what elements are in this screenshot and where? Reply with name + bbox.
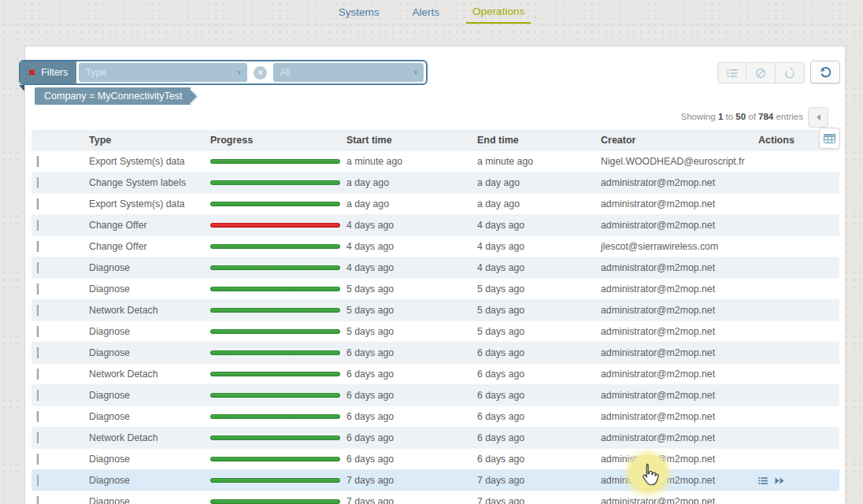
table-row[interactable]: Diagnose 7 days ago 7 days ago administr… xyxy=(31,469,839,491)
column-chooser-button[interactable] xyxy=(819,128,840,149)
cell-start-time: 6 days ago xyxy=(340,432,471,443)
row-checkbox[interactable] xyxy=(37,305,39,316)
cell-start-time: a minute ago xyxy=(340,156,471,167)
cell-end-time: 5 days ago xyxy=(471,305,594,316)
cell-end-time: 4 days ago xyxy=(471,220,594,231)
table-row[interactable]: Diagnose 6 days ago 6 days ago administr… xyxy=(31,448,839,469)
screen: Systems Alerts Operations ✖ Filters Type… xyxy=(0,0,863,504)
row-checkbox[interactable] xyxy=(37,156,39,167)
table-row[interactable]: Diagnose 7 days ago 7 days ago administr… xyxy=(31,491,839,504)
row-checkbox[interactable] xyxy=(37,411,39,422)
cancel-circle-icon xyxy=(755,68,766,79)
cell-start-time: 5 days ago xyxy=(340,326,471,337)
progress-bar xyxy=(210,308,340,313)
cell-type: Diagnose xyxy=(83,284,205,295)
details-list-icon[interactable] xyxy=(758,476,768,485)
progress-bar xyxy=(210,393,340,398)
row-checkbox[interactable] xyxy=(37,220,39,231)
cancel-button[interactable] xyxy=(746,62,776,83)
cell-creator: administrator@m2mop.net xyxy=(594,347,752,358)
filters-toggle[interactable]: ✖ Filters xyxy=(20,61,76,83)
tab-operations[interactable]: Operations xyxy=(466,0,531,24)
filter-value-value: All xyxy=(280,67,291,78)
row-checkbox[interactable] xyxy=(37,326,39,337)
nav-tabs: Systems Alerts Operations xyxy=(332,0,531,24)
operations-toolbar xyxy=(717,62,805,83)
table-row[interactable]: Diagnose 5 days ago 5 days ago administr… xyxy=(31,278,839,299)
cell-end-time: 6 days ago xyxy=(471,411,594,422)
table-row[interactable]: Diagnose 6 days ago 6 days ago administr… xyxy=(31,406,839,427)
retry-arrow-icon xyxy=(784,68,795,79)
row-checkbox[interactable] xyxy=(37,262,39,273)
row-checkbox[interactable] xyxy=(37,454,39,465)
tab-systems[interactable]: Systems xyxy=(332,0,386,24)
cell-end-time: 6 days ago xyxy=(471,390,594,401)
tab-alerts[interactable]: Alerts xyxy=(406,0,446,24)
progress-bar xyxy=(210,414,340,419)
table-row[interactable]: Export System(s) data a day ago a day ag… xyxy=(31,193,839,214)
table-body: Export System(s) data a minute ago a min… xyxy=(31,150,839,504)
resume-forward-icon[interactable] xyxy=(775,476,785,485)
progress-bar xyxy=(210,457,340,461)
row-checkbox[interactable] xyxy=(37,347,39,358)
row-checkbox[interactable] xyxy=(37,177,39,188)
previous-page-button[interactable] xyxy=(808,107,828,128)
table-row[interactable]: Diagnose 4 days ago 4 days ago administr… xyxy=(31,257,839,278)
progress-bar xyxy=(210,499,340,504)
cell-creator: Nigel.WOODHEAD@euroscript.fr xyxy=(594,156,752,167)
row-checkbox[interactable] xyxy=(37,198,39,209)
table-row[interactable]: Change Offer 4 days ago 4 days ago admin… xyxy=(31,214,839,235)
table-row[interactable]: Change Offer 4 days ago 4 days ago jlesc… xyxy=(31,235,839,257)
applied-filter-tag[interactable]: Company = MyConnectivityTest xyxy=(35,87,191,105)
retry-button[interactable] xyxy=(776,62,805,83)
cell-type: Change Offer xyxy=(83,241,205,252)
cell-end-time: 6 days ago xyxy=(471,369,594,380)
showing-total: 784 xyxy=(758,112,773,121)
row-checkbox[interactable] xyxy=(37,496,39,504)
filter-operator-icon[interactable]: ✕ xyxy=(254,66,267,80)
row-checkbox[interactable] xyxy=(37,432,39,443)
row-checkbox[interactable] xyxy=(37,284,39,295)
details-button[interactable] xyxy=(717,62,746,83)
cell-type: Network Detach xyxy=(83,305,205,316)
table-row[interactable]: Change System labels a day ago a day ago… xyxy=(31,172,839,193)
progress-bar xyxy=(210,223,340,228)
cell-start-time: 6 days ago xyxy=(340,454,471,465)
filter-field-select[interactable]: Type ▾ xyxy=(79,63,247,82)
cell-creator: administrator@m2mop.net xyxy=(594,220,752,231)
table-row[interactable]: Diagnose 5 days ago 5 days ago administr… xyxy=(31,321,839,342)
filter-ribbon-fold xyxy=(19,85,24,91)
cell-end-time: a day ago xyxy=(471,177,594,188)
header-progress[interactable]: Progress xyxy=(205,135,340,146)
cell-type: Diagnose xyxy=(83,390,205,401)
filters-label: Filters xyxy=(41,67,68,78)
table-row[interactable]: Network Detach 6 days ago 6 days ago adm… xyxy=(31,363,839,384)
cell-creator: administrator@m2mop.net xyxy=(594,284,752,295)
header-start-time[interactable]: Start time xyxy=(340,135,471,146)
top-nav: Systems Alerts Operations xyxy=(0,0,863,24)
progress-bar xyxy=(210,435,340,440)
cell-start-time: 5 days ago xyxy=(340,305,471,316)
cell-creator: administrator@m2mop.net xyxy=(594,454,752,465)
header-creator[interactable]: Creator xyxy=(594,135,752,146)
undo-button[interactable] xyxy=(810,61,840,83)
progress-bar xyxy=(210,329,340,334)
table-row[interactable]: Network Detach 5 days ago 5 days ago adm… xyxy=(31,299,839,321)
header-type[interactable]: Type xyxy=(83,135,205,146)
cell-type: Diagnose xyxy=(83,475,205,486)
header-end-time[interactable]: End time xyxy=(471,135,594,146)
row-checkbox[interactable] xyxy=(37,241,39,252)
row-checkbox[interactable] xyxy=(37,390,39,401)
table-row[interactable]: Diagnose 6 days ago 6 days ago administr… xyxy=(31,342,839,363)
filter-value-select[interactable]: All ▾ xyxy=(273,63,424,82)
row-checkbox[interactable] xyxy=(37,475,39,486)
cell-creator: administrator@m2mop.net xyxy=(594,198,752,209)
row-checkbox[interactable] xyxy=(37,369,39,380)
cell-start-time: 6 days ago xyxy=(340,347,471,358)
table-row[interactable]: Network Detach 6 days ago 6 days ago adm… xyxy=(31,427,839,448)
details-list-icon xyxy=(727,69,738,78)
table-row[interactable]: Export System(s) data a minute ago a min… xyxy=(31,150,839,172)
progress-bar xyxy=(210,372,340,376)
clear-filters-icon[interactable]: ✖ xyxy=(28,68,35,78)
table-row[interactable]: Diagnose 6 days ago 6 days ago administr… xyxy=(31,384,839,406)
